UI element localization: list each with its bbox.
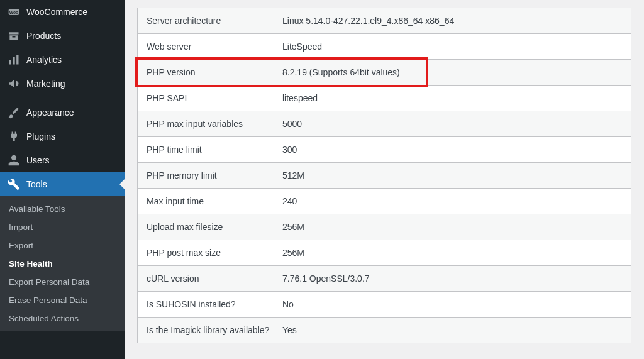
megaphone-icon [8,77,20,90]
table-row: PHP SAPI litespeed [138,86,631,111]
table-row: Is SUHOSIN installed? No [138,292,631,318]
table-row: PHP memory limit 512M [138,163,631,189]
sidebar-separator [0,96,125,101]
submenu-available-tools[interactable]: Available Tools [0,200,125,218]
table-row: cURL version 7.76.1 OpenSSL/3.0.7 [138,266,631,292]
row-value: 512M [282,170,622,180]
row-value: No [282,299,622,309]
table-row: PHP post max size 256M [138,240,631,266]
row-label: PHP version [147,67,282,77]
table-row: Web server LiteSpeed [138,34,631,60]
svg-rect-2 [9,60,11,65]
row-value: litespeed [282,93,622,103]
row-value: 5000 [282,119,622,129]
row-value: LiteSpeed [282,41,622,52]
table-row: Server architecture Linux 5.14.0-427.22.… [138,8,631,34]
row-label: Is SUHOSIN installed? [147,299,282,309]
row-value: Yes [282,325,622,335]
sidebar-item-label: Analytics [26,55,62,65]
sidebar-item-label: Products [26,31,61,41]
row-value: Linux 5.14.0-427.22.1.el9_4.x86_64 x86_6… [282,16,622,26]
svg-rect-3 [13,57,14,65]
row-value: 256M [282,248,622,258]
table-row: PHP time limit 300 [138,137,631,163]
archive-icon [8,30,20,42]
row-label: Is the Imagick library available? [147,325,282,335]
sidebar-item-plugins[interactable]: Plugins [0,124,125,148]
submenu-import[interactable]: Import [0,218,125,236]
svg-text:Woo: Woo [9,10,18,14]
sidebar-item-label: WooCommerce [26,7,87,17]
row-label: Web server [147,41,282,52]
submenu-erase-personal-data[interactable]: Erase Personal Data [0,291,125,309]
sidebar-item-products[interactable]: Products [0,24,125,48]
sidebar-item-appearance[interactable]: Appearance [0,101,125,124]
bars-icon [8,53,20,66]
woo-icon: Woo [8,6,20,18]
sidebar-item-label: Appearance [26,108,74,118]
table-row: Upload max filesize 256M [138,214,631,240]
server-info-table: Server architecture Linux 5.14.0-427.22.… [137,8,631,343]
table-row: Is the Imagick library available? Yes [138,318,631,343]
brush-icon [8,106,20,119]
row-value: 8.2.19 (Supports 64bit values) [282,67,622,77]
submenu-export[interactable]: Export [0,236,125,255]
user-icon [8,154,20,167]
row-label: PHP max input variables [147,119,282,129]
table-row: PHP max input variables 5000 [138,111,631,137]
submenu-site-health[interactable]: Site Health [0,255,125,273]
tools-submenu: Available Tools Import Export Site Healt… [0,196,125,331]
svg-rect-4 [16,55,18,65]
row-value: 240 [282,196,622,206]
row-label: Upload max filesize [147,222,282,232]
row-label: Max input time [147,196,282,206]
row-label: cURL version [147,273,282,284]
sidebar-item-marketing[interactable]: Marketing [0,72,125,96]
admin-sidebar: Woo WooCommerce Products Analytics Marke… [0,0,125,359]
row-label: PHP post max size [147,248,282,258]
row-value: 256M [282,222,622,232]
submenu-scheduled-actions[interactable]: Scheduled Actions [0,309,125,328]
sidebar-item-woocommerce[interactable]: Woo WooCommerce [0,0,125,24]
sidebar-item-label: Tools [26,179,47,189]
plug-icon [8,130,20,143]
sidebar-item-label: Users [26,155,50,165]
row-label: PHP time limit [147,145,282,155]
row-label: PHP memory limit [147,170,282,180]
row-value: 7.76.1 OpenSSL/3.0.7 [282,273,622,284]
row-value: 300 [282,145,622,155]
main-content: Server architecture Linux 5.14.0-427.22.… [125,0,644,359]
sidebar-item-analytics[interactable]: Analytics [0,48,125,72]
sidebar-item-label: Marketing [26,79,65,89]
table-row-php-version: PHP version 8.2.19 (Supports 64bit value… [138,60,631,86]
table-row: Max input time 240 [138,189,631,214]
sidebar-item-label: Plugins [26,131,55,141]
row-label: Server architecture [147,16,282,26]
wrench-icon [8,178,20,191]
sidebar-item-tools[interactable]: Tools [0,172,125,196]
row-label: PHP SAPI [147,93,282,103]
sidebar-item-users[interactable]: Users [0,148,125,172]
submenu-export-personal-data[interactable]: Export Personal Data [0,273,125,291]
